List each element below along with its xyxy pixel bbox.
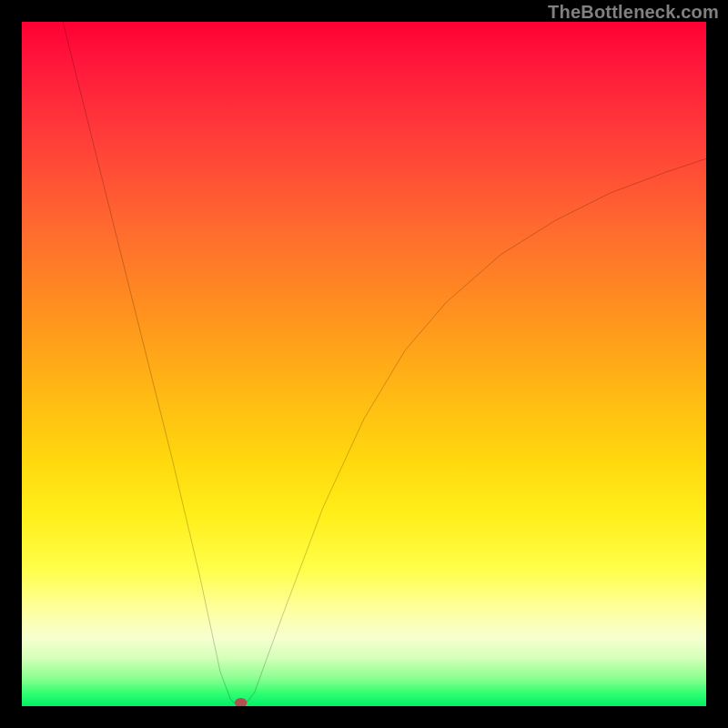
plot-area (22, 22, 706, 706)
bottleneck-curve (63, 22, 706, 703)
watermark-text: TheBottleneck.com (548, 2, 719, 23)
curve-svg (22, 22, 706, 706)
chart-frame: TheBottleneck.com (0, 0, 728, 728)
optimal-point-marker (235, 698, 248, 706)
